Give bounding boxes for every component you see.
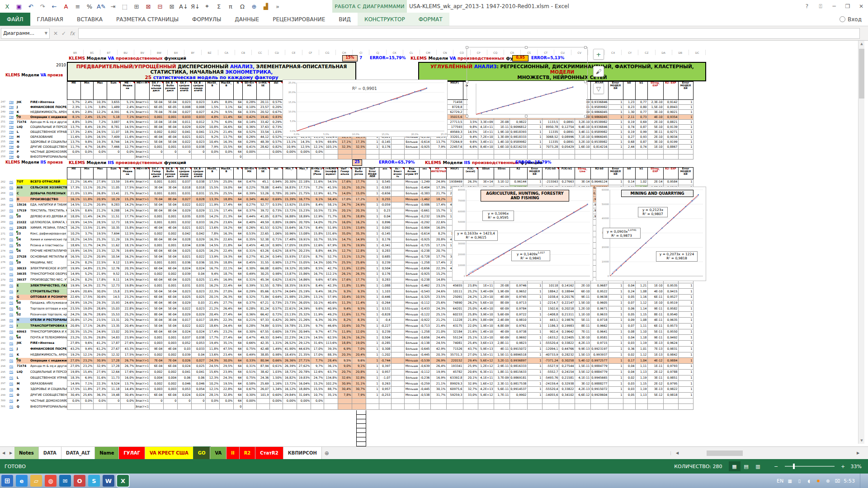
cell[interactable]: 3E-12 — [575, 381, 590, 387]
cell[interactable]: 0,9589982 — [509, 140, 527, 145]
cell[interactable]: 16,82% — [283, 375, 297, 381]
cell[interactable]: 17,4% — [430, 260, 446, 266]
cell[interactable]: -0,538 — [419, 392, 430, 398]
cell[interactable]: 1,5E-13 — [575, 352, 590, 358]
cell[interactable]: 13,3% — [205, 197, 219, 202]
row-label[interactable]: ВСЕГО ОТРАСЛЕЙ — [30, 179, 67, 185]
row-hyperlink[interactable]: ПS — [6, 318, 16, 324]
cell[interactable]: 31,04% — [297, 392, 311, 398]
cell[interactable]: 23,2% — [67, 335, 80, 341]
cell[interactable]: 20,30% — [283, 179, 297, 185]
cell[interactable]: 1 — [366, 254, 379, 260]
cell[interactable]: 6,3% — [311, 318, 324, 324]
cell[interactable]: 1 — [608, 140, 623, 145]
cell[interactable]: 0,031 — [191, 283, 205, 289]
cell[interactable]: 49569,3 — [446, 130, 463, 135]
cell[interactable]: 14,0% — [338, 191, 352, 197]
cell[interactable]: 0,027 — [177, 197, 191, 202]
cell[interactable]: 1 — [678, 105, 693, 110]
cell[interactable]: 10,54 — [107, 254, 120, 260]
cell[interactable]: 17,0% — [311, 352, 324, 358]
column-header-CN[interactable]: CN — [437, 50, 453, 55]
cell[interactable]: 9,52 — [107, 272, 120, 277]
cell[interactable]: 7,9% — [352, 392, 366, 398]
cell[interactable]: 0,28% — [242, 100, 256, 105]
cell[interactable]: 0,038 — [191, 335, 205, 341]
cell[interactable] — [191, 404, 205, 410]
cell[interactable]: 5,9E+13 — [478, 346, 494, 352]
cell[interactable]: 13,41 — [107, 191, 120, 197]
cell[interactable]: 23,1% — [430, 283, 446, 289]
cell[interactable]: Эласт>1 — [135, 346, 149, 352]
cell[interactable]: 0,9139 — [663, 125, 678, 130]
cell[interactable]: Эласт<1 — [135, 140, 149, 145]
cell[interactable]: -1408,8 — [542, 312, 559, 318]
cell[interactable]: 17,7% — [352, 277, 366, 283]
cell[interactable]: 27,8% — [67, 341, 80, 347]
row-number[interactable]: 271 — [0, 231, 6, 237]
zoom-out-icon[interactable]: − — [770, 461, 782, 471]
cell[interactable] — [559, 150, 575, 155]
row-code[interactable]: 30t33 — [16, 266, 30, 272]
redo-icon[interactable]: ↷ — [37, 1, 48, 11]
cell[interactable]: 0,002 — [163, 369, 177, 375]
cell[interactable]: 64 — [233, 277, 242, 283]
cell[interactable]: Эласт>1 — [135, 243, 149, 249]
cell[interactable]: 5E-04 — [149, 100, 163, 105]
cell[interactable]: 0,24 — [623, 289, 635, 295]
cell[interactable]: 1E-11 — [647, 364, 663, 370]
cell[interactable]: 41,2% — [93, 341, 107, 347]
cell[interactable]: 0,64% — [269, 295, 283, 300]
row-hyperlink[interactable]: ПМ — [6, 100, 16, 105]
cell[interactable]: 7E-04 — [149, 110, 163, 115]
cell[interactable]: 6E-04 — [163, 277, 177, 283]
cell[interactable]: 25,8% — [463, 312, 478, 318]
cell[interactable]: 16,3% — [219, 231, 233, 237]
cell[interactable]: 46,62 — [256, 197, 269, 202]
cell[interactable]: 0,57% — [269, 306, 283, 312]
cell[interactable]: Больша — [404, 375, 419, 381]
cell[interactable]: 18,9% — [205, 318, 219, 324]
row-label[interactable]: Аренда m & eq и другие виды деят. — [30, 120, 67, 125]
cell[interactable]: 64 — [233, 100, 242, 105]
taskbar-icon-excel[interactable]: X — [117, 475, 129, 487]
cell[interactable]: 4E-10 — [647, 289, 663, 295]
cell[interactable]: 10,9% — [283, 145, 297, 150]
cell[interactable] — [463, 398, 478, 404]
cell[interactable]: 9,2% — [205, 135, 219, 140]
cell[interactable] — [608, 404, 623, 410]
row-label[interactable]: ДЕРЕВО И ИЗ ДЕРЕВА И ПРОБКИ — [30, 214, 67, 220]
cell[interactable]: 10,4% — [338, 295, 352, 300]
row-hyperlink[interactable]: ПS — [6, 254, 16, 260]
cell[interactable]: 0,9589982 — [590, 130, 608, 135]
cell[interactable]: 11,9% — [338, 266, 352, 272]
cell[interactable] — [430, 150, 446, 155]
col-header[interactable]: Min — [80, 168, 93, 179]
cell[interactable]: 6E-04 — [149, 266, 163, 272]
cell[interactable]: 0,041 — [177, 130, 191, 135]
row-hyperlink[interactable]: ПМ — [6, 105, 16, 110]
cell[interactable]: 1,31% — [269, 341, 283, 347]
cell[interactable]: 0,45% — [242, 243, 256, 249]
cell[interactable]: 53,26 — [256, 191, 269, 197]
cell[interactable]: 1 — [527, 323, 542, 329]
cell[interactable]: 0,52% — [269, 225, 283, 231]
cell[interactable]: 0,31% — [242, 277, 256, 283]
cell[interactable]: 0,9199 — [663, 140, 678, 145]
cell[interactable]: 17,7% — [430, 254, 446, 260]
cell[interactable]: 0,09 — [623, 318, 635, 324]
cell[interactable] — [391, 208, 404, 214]
cell[interactable]: 22,61% — [283, 306, 297, 312]
cell[interactable]: 66,08 — [256, 266, 269, 272]
cell[interactable] — [527, 404, 542, 410]
row-code[interactable]: D — [16, 197, 30, 202]
cell[interactable]: Больша — [404, 185, 419, 191]
selection-handle[interactable] — [466, 46, 468, 49]
cell[interactable]: 1,6E-10 — [494, 145, 509, 150]
cell[interactable]: 16,3% — [219, 140, 233, 145]
cell[interactable]: 24,3% — [219, 375, 233, 381]
row-number[interactable]: 295 — [0, 369, 6, 375]
row-label[interactable]: ЭЛЕКТРИЧЕСКОЕ И ОПТИЧЕСКОЕ ОБОРУД. — [30, 266, 67, 272]
row-number[interactable]: 293 — [0, 358, 6, 364]
cell[interactable]: 1,49% — [269, 346, 283, 352]
